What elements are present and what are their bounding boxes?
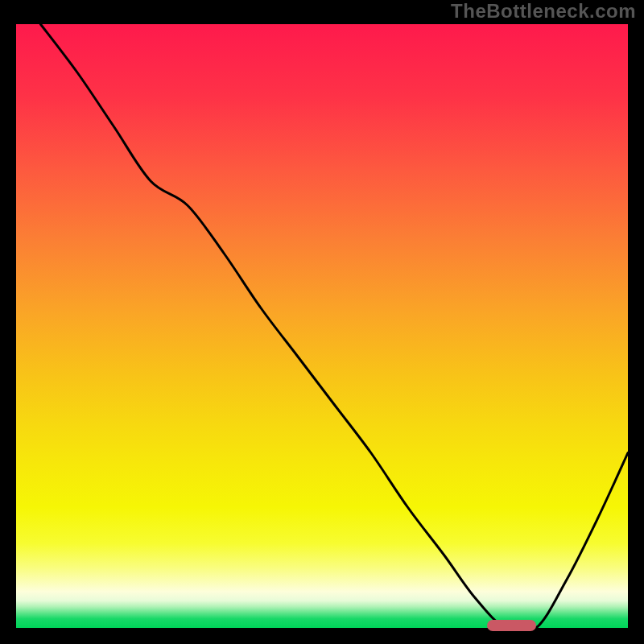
- optimal-range-marker: [487, 620, 536, 631]
- bottleneck-chart: [16, 24, 628, 628]
- gradient-background: [16, 24, 628, 628]
- watermark-text: TheBottleneck.com: [451, 0, 636, 23]
- plot-area: [16, 24, 628, 628]
- chart-frame: TheBottleneck.com: [0, 0, 644, 644]
